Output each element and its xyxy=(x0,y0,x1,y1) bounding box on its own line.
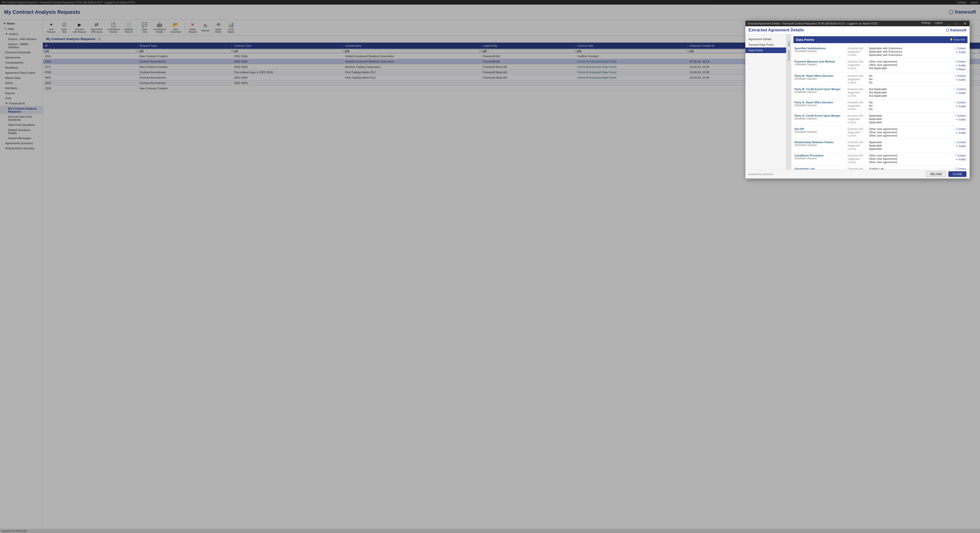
dp-current-value: Other (see agreement) xyxy=(869,134,897,137)
dp-action-reject-button[interactable]: ✕ Reject xyxy=(955,68,966,71)
dp-extracted-row: Extracted (AI): Other (see agreement) xyxy=(848,127,939,130)
dp-suggested-label: Suggested: xyxy=(848,158,868,160)
dp-extracted-value: Applicable with Extensions xyxy=(869,47,902,50)
dp-extracted-row: Extracted (AI): Applicable with Extensio… xyxy=(848,47,939,50)
dp-extracted-label: Extracted (AI): xyxy=(848,75,868,77)
dp-current-row: Current: Applicable xyxy=(848,147,939,150)
dp-sub: (Schedule Clauses) xyxy=(794,63,845,66)
dp-values-col: Extracted (AI): Other (see agreement) Su… xyxy=(848,154,939,164)
dp-extracted-value: No xyxy=(869,74,873,77)
section-title: Data Points xyxy=(796,38,815,41)
dp-action-context-button[interactable]: 📄 Context xyxy=(953,74,966,78)
dp-action-justify-button[interactable]: ✏ Justify xyxy=(955,158,966,161)
dp-suggested-value: Other (see agreement) xyxy=(869,131,897,134)
dp-action-justify-button[interactable]: ✏ Justify xyxy=(955,51,966,54)
modal-content[interactable]: Data Points 💡 Show Hint Specified Indebt… xyxy=(791,34,969,170)
dp-current-row: Current: Not Applicable xyxy=(848,94,939,97)
dp-action-context-button[interactable]: 📄 Context xyxy=(953,88,966,91)
reload-button[interactable]: RELOAD xyxy=(926,171,946,177)
dp-action-context-button[interactable]: 📄 Context xyxy=(953,101,966,104)
dp-actions-col: 📄 Context ✏ Justify xyxy=(941,167,966,170)
justify-icon: ✏ xyxy=(956,105,958,108)
modal-maximize-button[interactable]: □ xyxy=(955,21,958,25)
footer-buttons: RELOAD CLOSE xyxy=(926,171,966,177)
dp-extracted-value: Not Applicable xyxy=(869,88,887,91)
dp-sub: (Schedule Clauses) xyxy=(794,117,845,120)
close-modal-button[interactable]: CLOSE xyxy=(948,171,966,177)
dp-action-justify-button[interactable]: ✏ Justify xyxy=(955,118,966,121)
dp-extracted-label: Extracted (AI): xyxy=(848,60,868,63)
dp-action-context-button[interactable]: 📄 Context xyxy=(953,60,966,63)
dp-action-context-button[interactable]: 📄 Context xyxy=(953,47,966,50)
dp-suggested-row: Suggested: Not Applicable xyxy=(848,91,939,94)
modal-logout[interactable]: Logout xyxy=(935,21,942,25)
data-point-row: Payment Measure and Method (Schedule Cla… xyxy=(794,59,967,73)
dp-extracted-row: Extracted (AI): Not Applicable xyxy=(848,88,939,91)
context-icon: 📄 xyxy=(953,127,956,130)
dp-label-col: Party B: Credit Event Upon Merger (Sched… xyxy=(794,88,845,94)
dp-extracted-row: Extracted (AI): No xyxy=(848,74,939,77)
dp-action-context-button[interactable]: 📄 Context xyxy=(953,141,966,144)
dp-extracted-label: Extracted (AI): xyxy=(848,127,868,130)
dp-action-justify-button[interactable]: ✏ Justify xyxy=(955,131,966,135)
dp-extracted-value: Other (see agreement) xyxy=(869,127,897,130)
dp-extracted-label: Extracted (AI): xyxy=(848,167,868,170)
dp-extracted-value: Other (see agreement) xyxy=(869,60,897,63)
vtab-document[interactable]: Document xyxy=(787,49,791,62)
modal-nav-data-points[interactable]: Data Points xyxy=(746,48,786,53)
dp-action-context-button[interactable]: 📄 Context xyxy=(953,114,966,118)
dp-label-col: Relationship Between Parties (Schedule C… xyxy=(794,141,845,146)
dp-current-row: Current: No xyxy=(848,81,939,84)
dp-action-context-button[interactable]: 📄 Context xyxy=(953,154,966,157)
modal-left-nav: Agreement Details General Data Points Da… xyxy=(746,34,786,170)
modal-settings[interactable]: Settings xyxy=(921,21,931,25)
vtab-menu[interactable]: Menu xyxy=(787,39,791,48)
dp-action-justify-button[interactable]: ✏ Justify xyxy=(955,64,966,67)
dp-action-context-button[interactable]: 📄 Context xyxy=(953,167,966,170)
context-icon: 📄 xyxy=(953,75,956,77)
dp-current-label: Current: xyxy=(848,94,868,97)
dp-suggested-label: Suggested: xyxy=(848,64,868,66)
dp-label: Party B: Credit Event Upon Merger xyxy=(794,88,845,91)
dp-current-label: Current: xyxy=(848,121,868,124)
dp-action-justify-button[interactable]: ✏ Justify xyxy=(955,145,966,148)
modal-overlay: Extracted Agreement Details - Framesoft … xyxy=(0,0,980,533)
show-hint-button[interactable]: 💡 Show Hint xyxy=(950,38,965,41)
dp-action-justify-button[interactable]: ✏ Justify xyxy=(955,105,966,108)
context-icon: 📄 xyxy=(953,154,956,157)
dp-suggested-row: Suggested: Other (see agreement) xyxy=(848,131,939,134)
dp-action-context-button[interactable]: 📄 Context xyxy=(953,127,966,131)
modal-logo: ⬡ framesoft xyxy=(946,28,966,32)
dp-sub: (Schedule Clauses) xyxy=(794,157,845,160)
modal-nav-general-data-points[interactable]: General Data Points xyxy=(746,42,786,48)
dp-extracted-row: Extracted (AI): Applicable xyxy=(848,114,939,117)
data-point-row: Relationship Between Parties (Schedule C… xyxy=(794,139,967,153)
dp-action-justify-button[interactable]: ✏ Justify xyxy=(955,91,966,95)
dp-suggested-label: Suggested: xyxy=(848,104,868,107)
modal-close-button[interactable]: ✕ xyxy=(963,21,967,25)
context-icon: 📄 xyxy=(953,115,956,117)
dp-current-label: Current: xyxy=(848,67,868,70)
dp-values-col: Extracted (AI): English Law Suggested: E… xyxy=(848,167,939,170)
reject-icon: ✕ xyxy=(956,68,958,71)
dp-sub: (Schedule Clauses) xyxy=(794,130,845,133)
justify-icon: ✏ xyxy=(956,64,958,67)
dp-current-label: Current: xyxy=(848,134,868,137)
modal-logo-text: framesoft xyxy=(950,28,966,32)
dp-sub: (Schedule Clauses) xyxy=(794,77,845,80)
modal-nav-agreement-details[interactable]: Agreement Details xyxy=(746,36,786,42)
dp-sub: (Schedule Clauses) xyxy=(794,104,845,107)
dp-label-col: Payment Measure and Method (Schedule Cla… xyxy=(794,60,845,66)
data-point-row: Party A: Credit Event Upon Merger (Sched… xyxy=(794,113,967,126)
dp-suggested-value: No xyxy=(869,104,873,107)
dp-sub: (Schedule Clauses) xyxy=(794,50,845,53)
dp-action-justify-button[interactable]: ✏ Justify xyxy=(955,78,966,81)
dp-suggested-row: Suggested: No xyxy=(848,104,939,107)
context-icon: 📄 xyxy=(953,47,956,50)
dp-label: Governing Law xyxy=(794,167,845,170)
dp-extracted-row: Extracted (AI): Applicable xyxy=(848,141,939,144)
dp-suggested-row: Suggested: Other (see agreement) xyxy=(848,63,939,66)
dp-values-col: Extracted (AI): Applicable with Extensio… xyxy=(848,47,939,57)
modal-minimize-button[interactable]: _ xyxy=(947,21,950,25)
dp-suggested-value: Applicable with Extensions xyxy=(869,50,902,53)
